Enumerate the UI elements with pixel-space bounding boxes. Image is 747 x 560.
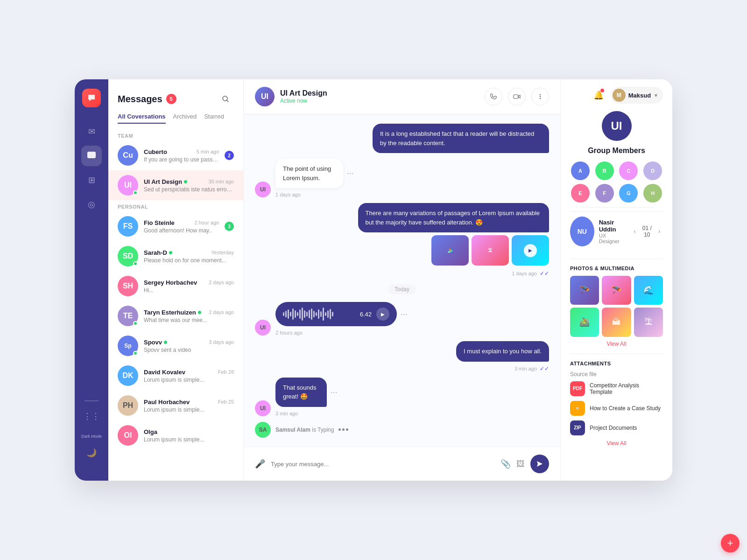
conv-preview-paul: Lorum ipsum is simple...: [144, 406, 234, 413]
chat-avatar: UI: [255, 87, 275, 106]
conv-item-ui-art-design[interactable]: UI UI Art Design 30 min ago Sed ut persp…: [108, 170, 243, 200]
next-member-button[interactable]: ›: [655, 227, 663, 236]
conversation-list: TEAM Cu Cuberto 5 min ago If you are goi…: [108, 129, 243, 481]
msg-bubble-sent-3: I must explain to you how all.: [456, 341, 549, 362]
sidebar-item-mail[interactable]: ✉: [81, 121, 102, 142]
more-button[interactable]: [531, 88, 549, 105]
prev-member-button[interactable]: ‹: [631, 227, 639, 236]
conv-time-fio: 2 hour ago: [194, 220, 219, 225]
member-1: A: [571, 161, 590, 180]
microphone-button[interactable]: 🎤: [255, 459, 265, 469]
avatar-cuberto: Cu: [118, 145, 138, 166]
online-dot-ui: [184, 180, 187, 183]
sidebar-item-globe[interactable]: ◎: [81, 194, 102, 215]
conv-item-david[interactable]: DK David Kovalev Feb 28 Lorum ipsum is s…: [108, 361, 243, 391]
msg-received-emoji: UI That sounds great! 🤩 ··· 3 min ago: [255, 378, 549, 416]
conv-badge-fio: 3: [225, 222, 234, 231]
msg-received-1: UI The point of using Lorem Ipsum. ··· 1…: [255, 159, 549, 197]
msg-avatar-voice: UI: [255, 320, 271, 336]
read-check-sent-2: ✓✓: [540, 270, 549, 277]
chat-input-area: 🎤 📎 🖼: [244, 447, 560, 481]
right-panel: 🔔 M Maksud ▼ UI Group Members A B C D E …: [560, 79, 672, 481]
conv-name-cuberto: Cuberto: [144, 148, 167, 155]
user-chip[interactable]: M Maksud ▼: [611, 87, 663, 104]
conv-item-cuberto[interactable]: Cu Cuberto 5 min ago If you are going to…: [108, 140, 243, 170]
message-input[interactable]: [271, 461, 495, 468]
conv-item-paul[interactable]: PH Paul Horbachev Feb 25 Lorum ipsum is …: [108, 391, 243, 420]
conv-item-spovv[interactable]: Sp Spovv 3 days ago Spovv sent a video: [108, 331, 243, 361]
member-3: C: [619, 161, 638, 180]
chevron-down-icon: ▼: [654, 93, 658, 98]
notification-button[interactable]: 🔔: [590, 87, 607, 104]
msg-time-emoji: 3 min ago: [275, 411, 298, 416]
attach-name-pdf: Competitor Analysis Template: [590, 382, 663, 395]
attachments-title: ATTACHMENTS: [570, 361, 663, 366]
conv-item-sergey[interactable]: SH Sergey Horbachev 2 days ago Hi...: [108, 271, 243, 301]
attachment-item-doc[interactable]: ≡ How to Create a Case Study: [570, 401, 663, 416]
attachment-item-pdf[interactable]: PDF Competitor Analysis Template: [570, 381, 663, 396]
attachment-item-zip[interactable]: ZIP Project Documents: [570, 420, 663, 435]
msg-bubble-emoji: That sounds great! 🤩: [275, 378, 327, 407]
photos-view-all[interactable]: View All: [570, 341, 663, 347]
group-logo: UI: [602, 111, 632, 141]
tab-archived[interactable]: Archived: [173, 113, 197, 124]
sidebar: ✉ ⊞ ◎ ⋮⋮ Dark Mode 🌙: [75, 79, 108, 481]
photo-1[interactable]: 🪂: [570, 276, 599, 305]
svg-rect-0: [87, 152, 96, 158]
sidebar-toggle[interactable]: ⋮⋮: [81, 406, 102, 427]
featured-avatar: NU: [570, 217, 594, 246]
msg-bubble-sent-1: It is a long established fact that a rea…: [373, 124, 549, 153]
attachment-button[interactable]: 📎: [500, 459, 511, 469]
typing-avatar: SA: [255, 422, 271, 438]
tab-starred[interactable]: Starred: [204, 113, 224, 124]
photo-5[interactable]: 🏔: [602, 308, 631, 336]
play-button[interactable]: ▶: [376, 308, 389, 321]
tab-all[interactable]: All Coversations: [118, 113, 166, 124]
photo-3[interactable]: 🌊: [634, 276, 663, 305]
voice-more-icon[interactable]: ···: [401, 309, 408, 319]
play-icon[interactable]: ▶: [524, 244, 537, 257]
conv-name-david: David Kovalev: [144, 369, 185, 376]
conv-name-spovv: Spovv: [144, 339, 167, 346]
conv-time-david: Feb 28: [218, 369, 234, 375]
conv-time-taryn: 2 days ago: [209, 309, 234, 315]
attachments-view-all[interactable]: View All: [570, 440, 663, 447]
online-indicator-ui: [133, 190, 138, 195]
member-5: E: [571, 184, 590, 203]
sidebar-item-messages[interactable]: [81, 146, 102, 166]
chat-status: Active now: [280, 98, 327, 104]
msg-bubble-received-1: The point of using Lorem Ipsum.: [275, 159, 343, 188]
sidebar-logo: [82, 89, 101, 107]
featured-name: Nasir Uddin: [599, 219, 627, 233]
typing-user: Samsul Alam: [275, 427, 310, 433]
msg-time-sent-3: 3 min ago: [514, 366, 537, 371]
send-button[interactable]: [530, 455, 549, 473]
conv-item-sarah[interactable]: SD Sarah-D Yesterday Please hold on for …: [108, 241, 243, 271]
svg-rect-2: [514, 95, 518, 98]
conv-time-ui: 30 min ago: [209, 179, 234, 184]
avatar-fio: FS: [118, 216, 138, 237]
image-attach-button[interactable]: 🖼: [516, 459, 525, 469]
emoji-more-icon[interactable]: ···: [331, 387, 338, 397]
photo-4[interactable]: 🚵: [570, 308, 599, 336]
chat-header: UI UI Art Design Active now: [244, 79, 560, 114]
members-divider: [579, 207, 654, 208]
photo-6[interactable]: 🏝: [634, 308, 663, 336]
section-team: TEAM: [108, 129, 243, 140]
pagination: ‹ 01 / 10 ›: [631, 225, 663, 238]
search-button[interactable]: [217, 91, 234, 107]
typing-dots: [338, 428, 348, 431]
photos-section: PHOTOS & MULTIMEDIA 🪂 🪂 🌊 🚵 🏔 🏝 View All: [561, 259, 672, 354]
video-button[interactable]: [508, 88, 526, 105]
dark-mode-label: Dark Mode: [81, 434, 102, 439]
sidebar-item-grid[interactable]: ⊞: [81, 170, 102, 190]
moon-icon[interactable]: 🌙: [81, 442, 102, 463]
conv-time-cuberto: 5 min ago: [197, 149, 219, 154]
conv-item-taryn[interactable]: TE Taryn Esterhuizen 2 days ago What tim…: [108, 301, 243, 331]
photo-2[interactable]: 🪂: [602, 276, 631, 305]
msg-more-icon[interactable]: ···: [347, 168, 354, 178]
call-button[interactable]: [485, 88, 502, 105]
conv-item-olga[interactable]: Ol Olga Lorum ipsum is simple...: [108, 420, 243, 450]
msg-bubble-sent-2: There are many variations of passages of…: [358, 203, 550, 232]
conv-item-fio[interactable]: FS Fio Steinle 2 hour ago Good afternoon…: [108, 211, 243, 241]
